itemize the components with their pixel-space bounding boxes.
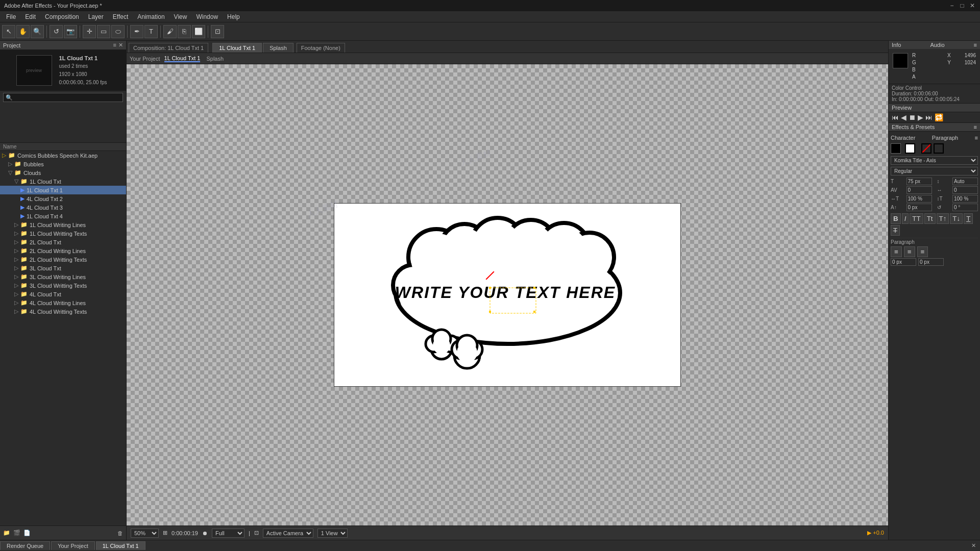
baseline-input[interactable]	[906, 204, 932, 211]
camera-select[interactable]: Active Camera	[263, 529, 313, 538]
new-folder-button[interactable]: 📁	[3, 530, 10, 536]
list-item[interactable]: ▷ 📁 1L Cloud Writting Texts	[0, 229, 126, 238]
toggle-mask[interactable]: ⊡	[254, 530, 259, 536]
close-button[interactable]: ✕	[969, 2, 976, 9]
menu-animation[interactable]: Animation	[133, 12, 168, 21]
list-item[interactable]: ▷ 📁 2L Cloud Txt	[0, 238, 126, 246]
cloud-txt-tab[interactable]: 1L Cloud Txt 1	[164, 55, 201, 62]
no-stroke-box[interactable]	[921, 143, 932, 154]
super-button[interactable]: T↑	[937, 213, 949, 224]
tab-cloud-txt-bottom[interactable]: 1L Cloud Txt 1	[96, 541, 145, 550]
tool-text[interactable]: T	[144, 25, 158, 38]
play-rev-button[interactable]: ◀	[901, 113, 906, 121]
tool-pan[interactable]: ✛	[83, 25, 96, 38]
kerning-input[interactable]	[906, 186, 932, 194]
strikethrough-button[interactable]: T̶	[891, 225, 900, 236]
composition-frame[interactable]: WRITE YOUR TEXT HERE	[334, 203, 681, 387]
align-left-button[interactable]: ≡	[891, 246, 902, 257]
menu-layer[interactable]: Layer	[84, 12, 108, 21]
font-size-input[interactable]	[906, 178, 932, 185]
tab-render-queue[interactable]: Render Queue	[0, 541, 50, 550]
menu-window[interactable]: Window	[192, 12, 222, 21]
tracking-input[interactable]	[952, 186, 978, 194]
list-item[interactable]: ▷ 📁 4L Cloud Txt	[0, 290, 126, 298]
menu-effect[interactable]: Effect	[109, 12, 132, 21]
list-item[interactable]: ▽ 📁 Clouds	[0, 168, 126, 177]
font-family-select[interactable]: Komika Title - Axis	[891, 156, 978, 165]
list-item[interactable]: ▶ 4L Cloud Txt 3	[0, 203, 126, 212]
indent-left-input[interactable]	[891, 258, 916, 266]
prev-frame-button[interactable]: ⏮	[892, 113, 899, 121]
menu-edit[interactable]: Edit	[21, 12, 40, 21]
no-fill-box[interactable]	[934, 143, 944, 154]
bold-button[interactable]: B	[891, 213, 901, 224]
color-swatch[interactable]	[893, 53, 908, 68]
list-item[interactable]: ▷ 📁 3L Cloud Writting Texts	[0, 281, 126, 290]
viewer[interactable]: Your Project 1L Cloud Txt 1 Splash	[127, 53, 888, 540]
tool-camera[interactable]: 📷	[64, 25, 77, 38]
tool-pen[interactable]: ✒	[130, 25, 143, 38]
viewer-canvas-area[interactable]: WRITE YOUR TEXT HERE	[127, 64, 888, 525]
font-style-select[interactable]: Regular	[891, 167, 978, 176]
tool-hand[interactable]: ✋	[16, 25, 30, 38]
delete-button[interactable]: 🗑	[117, 530, 123, 536]
menu-help[interactable]: Help	[223, 12, 244, 21]
effects-menu[interactable]: ≡	[974, 124, 977, 130]
project-panel-close[interactable]: ✕	[118, 42, 123, 48]
menu-file[interactable]: File	[2, 12, 20, 21]
list-item[interactable]: ▷ 📁 Bubbles	[0, 160, 126, 168]
tab-cloud-txt[interactable]: 1L Cloud Txt 1	[212, 43, 262, 53]
list-item[interactable]: ▷ 📁 2L Cloud Writing Lines	[0, 246, 126, 255]
loop-button[interactable]: 🔁	[935, 113, 943, 121]
tab-splash[interactable]: Splash	[263, 43, 293, 53]
new-item-button[interactable]: 📄	[23, 530, 31, 536]
stop-button[interactable]: ⏹	[909, 113, 916, 121]
align-center-button[interactable]: ≡	[904, 246, 915, 257]
new-comp-button[interactable]: 🎬	[13, 530, 20, 536]
tool-clone[interactable]: ⎘	[178, 25, 191, 38]
vscale-input[interactable]	[952, 195, 978, 203]
underline-button[interactable]: T	[964, 213, 973, 224]
list-item[interactable]: ▷ 📁 Comics Bubbles Speech Kit.aep	[0, 151, 126, 160]
list-item[interactable]: ▽ 📁 1L Cloud Txt	[0, 177, 126, 186]
resolution-select[interactable]: FullHalfQuarter	[212, 529, 244, 538]
your-project-tab[interactable]: Your Project	[130, 56, 160, 62]
tool-puppet[interactable]: ⊡	[211, 25, 224, 38]
fill-color-box[interactable]	[891, 143, 901, 154]
sub-button[interactable]: T↓	[950, 213, 963, 224]
fit-icon[interactable]: ⊞	[163, 530, 167, 536]
zoom-select[interactable]: 50%25%100%	[131, 529, 159, 538]
tool-rotate[interactable]: ↺	[50, 25, 63, 38]
tool-select[interactable]: ↖	[2, 25, 15, 38]
list-item[interactable]: ▶ 1L Cloud Txt 1	[0, 186, 126, 194]
caps-button[interactable]: TT	[910, 213, 923, 224]
hscale-input[interactable]	[906, 195, 932, 203]
list-item[interactable]: ▷ 📁 2L Cloud Writting Texts	[0, 255, 126, 264]
character-menu[interactable]: ≡	[975, 135, 978, 141]
list-item[interactable]: ▷ 📁 4L Cloud Writing Lines	[0, 298, 126, 307]
minimize-button[interactable]: −	[948, 2, 955, 9]
list-item[interactable]: ▷ 📁 1L Cloud Writing Lines	[0, 220, 126, 229]
indent-right-input[interactable]	[918, 258, 944, 266]
menu-composition[interactable]: Composition	[41, 12, 83, 21]
list-item[interactable]: ▶ 4L Cloud Txt 2	[0, 194, 126, 203]
project-panel-menu[interactable]: ≡	[113, 42, 116, 48]
timeline-close[interactable]: ✕	[967, 542, 980, 549]
record-icon[interactable]: ⏺	[202, 530, 208, 536]
play-button[interactable]: ▶	[918, 113, 923, 121]
list-item[interactable]: ▷ 📁 3L Cloud Writing Lines	[0, 272, 126, 281]
list-item[interactable]: ▷ 📁 3L Cloud Txt	[0, 264, 126, 272]
project-search-input[interactable]	[3, 93, 123, 102]
tool-brush[interactable]: 🖌	[163, 25, 177, 38]
tab-footage[interactable]: Footage (None)	[297, 43, 345, 53]
stroke-color-box[interactable]	[905, 143, 915, 154]
smallcaps-button[interactable]: Tt	[924, 213, 936, 224]
tool-mask-ellipse[interactable]: ⬭	[111, 25, 125, 38]
rotate-input[interactable]	[952, 204, 978, 211]
tool-mask-rect[interactable]: ▭	[97, 25, 110, 38]
list-item[interactable]: ▶ 1L Cloud Txt 4	[0, 212, 126, 220]
italic-button[interactable]: I	[902, 213, 909, 224]
align-right-button[interactable]: ≡	[917, 246, 928, 257]
menu-view[interactable]: View	[170, 12, 191, 21]
list-item[interactable]: ▷ 📁 4L Cloud Writting Texts	[0, 307, 126, 316]
